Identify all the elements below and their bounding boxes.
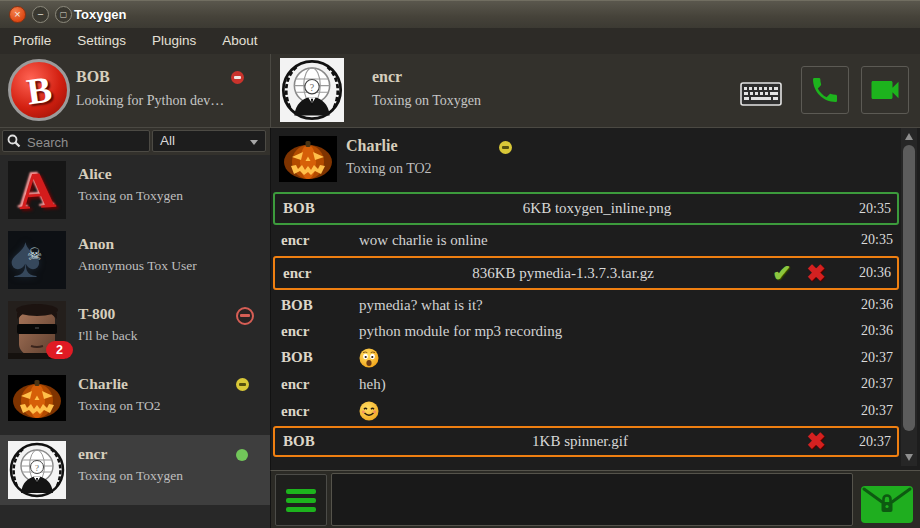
smiling-face-emoji	[359, 401, 379, 421]
fearful-face-emoji	[359, 348, 379, 368]
send-button[interactable]	[861, 486, 913, 523]
message-sender: encr	[273, 403, 359, 420]
anonymous-emblem-icon: ?	[280, 58, 344, 122]
self-busy-status-icon	[231, 71, 244, 84]
message-sender: encr	[275, 265, 361, 282]
video-camera-icon	[867, 72, 903, 108]
hamburger-icon	[286, 489, 316, 494]
close-icon[interactable]: ×	[9, 6, 26, 23]
pumpkin-icon	[8, 375, 66, 421]
cancel-file-button[interactable]: ✖	[799, 262, 833, 285]
message-file-transfer: encr 836KB pymedia-1.3.7.3.tar.gz ✔ ✖ 20…	[273, 256, 899, 290]
message-row: encr python module for mp3 recording 20:…	[273, 318, 899, 344]
contact-row-anon[interactable]: ♠ ☠ Anon Anonymous Tox User	[0, 225, 270, 295]
chat-scrollbar[interactable]	[901, 128, 917, 466]
anon-avatar: ♠ ☠	[8, 231, 66, 289]
charlie-avatar	[8, 375, 66, 421]
self-status-message[interactable]: Looking for Python dev…	[76, 93, 224, 109]
message-sender: BOB	[273, 349, 359, 366]
contact-filter-dropdown[interactable]: All	[152, 130, 266, 152]
hamburger-icon	[286, 498, 316, 503]
contact-name: Charlie	[78, 375, 128, 393]
window-title: Toxygen	[74, 7, 127, 22]
message-row: encr 20:37	[273, 397, 899, 425]
contact-status-message: Toxing on Toxygen	[78, 188, 183, 204]
keyboard-icon[interactable]	[740, 82, 782, 106]
search-box	[2, 130, 150, 152]
contact-status-message: Anonymous Tox User	[78, 258, 197, 274]
message-text: python module for mp3 recording	[359, 323, 835, 340]
chat-menu-button[interactable]	[275, 474, 327, 526]
message-emoji	[359, 348, 835, 368]
contact-row-t800[interactable]: T-800 I'll be back 2	[0, 295, 270, 365]
file-transfer-label: 836KB pymedia-1.3.7.3.tar.gz	[361, 265, 765, 282]
message-sender: encr	[273, 323, 359, 340]
message-input[interactable]	[331, 473, 853, 526]
contact-row-charlie[interactable]: Charlie Toxing on TO2	[0, 365, 270, 435]
contact-name: Anon	[78, 235, 114, 253]
message-sender: BOB	[275, 200, 361, 217]
away-status-icon	[499, 141, 512, 154]
message-time: 20:35	[835, 232, 899, 248]
audio-call-button[interactable]	[801, 66, 849, 114]
contact-status-message: Toxing on Toxygen	[78, 468, 183, 484]
message-time: 20:37	[835, 350, 899, 366]
cancel-file-button[interactable]: ✖	[799, 430, 833, 453]
self-avatar-letter: B	[24, 67, 54, 113]
contact-list: A Alice Toxing on Toxygen ♠ ☠ Anon Anony…	[0, 155, 270, 528]
encr-avatar: ?	[8, 441, 66, 499]
pumpkin-icon	[279, 135, 337, 183]
message-time: 20:36	[833, 265, 897, 281]
busy-status-icon	[236, 307, 254, 325]
menu-about[interactable]: About	[209, 28, 270, 54]
maximize-icon[interactable]: ▢	[55, 6, 72, 23]
accept-file-button[interactable]: ✔	[765, 262, 799, 285]
contact-row-alice[interactable]: A Alice Toxing on Toxygen	[0, 155, 270, 225]
contact-name: T-800	[78, 305, 115, 323]
message-row: encr wow charlie is online 20:35	[273, 227, 899, 253]
alice-avatar-letter: A	[16, 161, 58, 219]
file-transfer-label: 6KB toxygen_inline.png	[361, 200, 833, 217]
message-row: BOB 20:37	[273, 344, 899, 371]
message-row: BOB pymedia? what is it? 20:36	[273, 292, 899, 318]
alice-avatar: A	[8, 161, 66, 219]
contact-name: encr	[78, 445, 107, 463]
search-row: All	[0, 128, 270, 155]
message-time: 20:36	[835, 323, 899, 339]
message-time: 20:37	[835, 376, 899, 392]
self-avatar[interactable]: B	[8, 59, 70, 121]
minimize-icon[interactable]: −	[32, 6, 49, 23]
panel-divider	[270, 54, 271, 128]
contact-status-message: Toxing on TO2	[78, 398, 161, 414]
active-contact-avatar: ?	[280, 58, 344, 126]
message-sender: encr	[273, 232, 359, 249]
message-text: wow charlie is online	[359, 232, 835, 249]
message-sender: encr	[273, 376, 359, 393]
unread-badge: 2	[46, 341, 73, 359]
message-row: encr heh) 20:37	[273, 371, 899, 397]
menu-settings[interactable]: Settings	[64, 28, 139, 54]
contact-row-encr[interactable]: ? encr Toxing on Toxygen	[0, 435, 270, 505]
chat-peer-status-message: Toxing on TO2	[346, 161, 432, 177]
hamburger-icon	[286, 507, 316, 512]
message-text: heh)	[359, 376, 835, 393]
search-input[interactable]	[25, 132, 149, 152]
chevron-down-icon	[250, 140, 258, 145]
scroll-up-icon[interactable]	[905, 133, 913, 140]
message-time: 20:37	[833, 434, 897, 450]
toxygen-window: × − ▢ Toxygen Profile Settings Plugins A…	[0, 0, 920, 528]
self-name[interactable]: BOB	[76, 68, 110, 86]
message-emoji	[359, 401, 835, 421]
composer-bar	[270, 470, 920, 528]
scroll-down-icon[interactable]	[905, 454, 913, 461]
menu-plugins[interactable]: Plugins	[139, 28, 209, 54]
message-time: 20:35	[833, 201, 897, 217]
chat-peer-name: Charlie	[346, 137, 398, 155]
away-status-icon	[236, 378, 249, 391]
video-call-button[interactable]	[861, 66, 909, 114]
file-transfer-label: 1KB spinner.gif	[361, 433, 799, 450]
message-file-transfer: BOB 1KB spinner.gif ✖ 20:37	[273, 426, 899, 457]
scrollbar-thumb[interactable]	[903, 145, 915, 431]
menu-profile[interactable]: Profile	[0, 28, 64, 54]
search-icon	[7, 134, 21, 148]
